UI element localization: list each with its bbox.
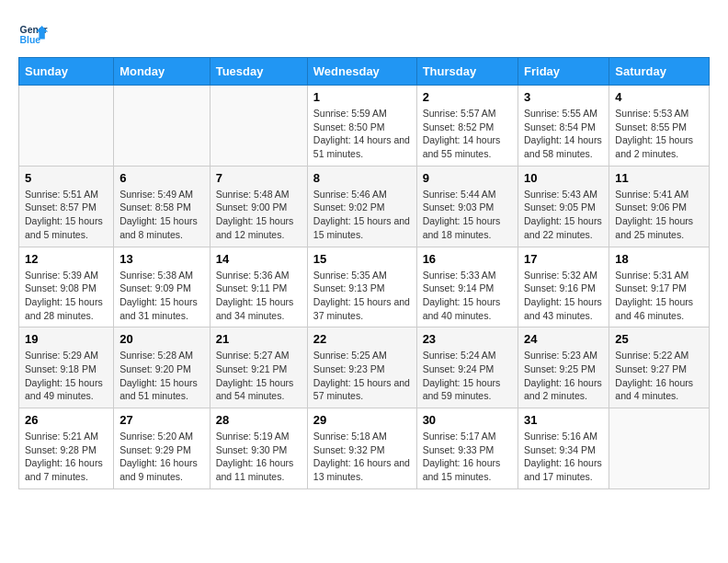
header-day-saturday: Saturday xyxy=(609,58,710,86)
calendar-cell: 5Sunrise: 5:51 AMSunset: 8:57 PMDaylight… xyxy=(19,166,114,247)
sunset-text: Sunset: 9:33 PM xyxy=(423,443,512,457)
day-number: 25 xyxy=(615,332,703,346)
daylight-text: Daylight: 15 hours and 25 minutes. xyxy=(615,214,703,241)
day-info: Sunrise: 5:53 AMSunset: 8:55 PMDaylight:… xyxy=(615,107,703,161)
calendar-cell: 14Sunrise: 5:36 AMSunset: 9:11 PMDayligh… xyxy=(210,247,307,327)
day-info: Sunrise: 5:44 AMSunset: 9:03 PMDaylight:… xyxy=(423,188,512,242)
week-row-4: 19Sunrise: 5:29 AMSunset: 9:18 PMDayligh… xyxy=(19,327,710,408)
calendar-cell: 25Sunrise: 5:22 AMSunset: 9:27 PMDayligh… xyxy=(609,327,710,408)
calendar-cell: 19Sunrise: 5:29 AMSunset: 9:18 PMDayligh… xyxy=(19,327,114,408)
sunrise-text: Sunrise: 5:21 AM xyxy=(25,430,108,443)
day-number: 4 xyxy=(615,90,703,104)
day-number: 7 xyxy=(216,171,301,185)
daylight-text: Daylight: 14 hours and 58 minutes. xyxy=(524,133,603,160)
day-info: Sunrise: 5:19 AMSunset: 9:30 PMDaylight:… xyxy=(216,430,301,484)
calendar-cell: 15Sunrise: 5:35 AMSunset: 9:13 PMDayligh… xyxy=(307,247,416,327)
sunset-text: Sunset: 9:16 PM xyxy=(524,282,603,295)
sunrise-text: Sunrise: 5:31 AM xyxy=(615,269,703,282)
sunset-text: Sunset: 8:58 PM xyxy=(119,201,204,214)
sunset-text: Sunset: 9:27 PM xyxy=(615,362,703,376)
calendar-cell: 2Sunrise: 5:57 AMSunset: 8:52 PMDaylight… xyxy=(416,86,518,167)
daylight-text: Daylight: 16 hours and 2 minutes. xyxy=(524,376,603,403)
day-info: Sunrise: 5:27 AMSunset: 9:21 PMDaylight:… xyxy=(216,349,301,403)
header-day-friday: Friday xyxy=(518,58,609,86)
daylight-text: Daylight: 15 hours and 40 minutes. xyxy=(423,295,512,322)
calendar-cell: 18Sunrise: 5:31 AMSunset: 9:17 PMDayligh… xyxy=(609,247,710,327)
day-number: 2 xyxy=(423,90,512,104)
day-number: 6 xyxy=(119,171,204,185)
sunrise-text: Sunrise: 5:20 AM xyxy=(119,430,204,443)
calendar-cell: 17Sunrise: 5:32 AMSunset: 9:16 PMDayligh… xyxy=(518,247,609,327)
calendar-table: SundayMondayTuesdayWednesdayThursdayFrid… xyxy=(18,57,710,489)
calendar-cell: 11Sunrise: 5:41 AMSunset: 9:06 PMDayligh… xyxy=(609,166,710,247)
daylight-text: Daylight: 15 hours and 49 minutes. xyxy=(25,376,108,403)
daylight-text: Daylight: 16 hours and 11 minutes. xyxy=(216,456,301,483)
calendar-cell: 23Sunrise: 5:24 AMSunset: 9:24 PMDayligh… xyxy=(416,327,518,408)
daylight-text: Daylight: 15 hours and 34 minutes. xyxy=(216,295,301,322)
calendar-cell xyxy=(19,86,114,167)
day-info: Sunrise: 5:24 AMSunset: 9:24 PMDaylight:… xyxy=(423,349,512,403)
sunrise-text: Sunrise: 5:51 AM xyxy=(25,188,108,201)
daylight-text: Daylight: 14 hours and 51 minutes. xyxy=(313,133,411,160)
header-day-monday: Monday xyxy=(114,58,210,86)
calendar-cell: 6Sunrise: 5:49 AMSunset: 8:58 PMDaylight… xyxy=(114,166,210,247)
header-day-sunday: Sunday xyxy=(19,58,114,86)
week-row-1: 1Sunrise: 5:59 AMSunset: 8:50 PMDaylight… xyxy=(19,86,710,167)
sunrise-text: Sunrise: 5:24 AM xyxy=(423,349,512,362)
sunrise-text: Sunrise: 5:32 AM xyxy=(524,269,603,282)
sunset-text: Sunset: 9:25 PM xyxy=(524,362,603,376)
logo-icon: General Blue xyxy=(18,18,48,48)
sunset-text: Sunset: 9:08 PM xyxy=(25,282,108,295)
daylight-text: Daylight: 15 hours and 5 minutes. xyxy=(25,214,108,241)
calendar-cell xyxy=(210,86,307,167)
daylight-text: Daylight: 16 hours and 15 minutes. xyxy=(423,456,512,483)
day-info: Sunrise: 5:35 AMSunset: 9:13 PMDaylight:… xyxy=(313,269,411,323)
sunrise-text: Sunrise: 5:48 AM xyxy=(216,188,301,201)
sunrise-text: Sunrise: 5:29 AM xyxy=(25,349,108,362)
calendar-cell: 30Sunrise: 5:17 AMSunset: 9:33 PMDayligh… xyxy=(416,408,518,489)
sunset-text: Sunset: 9:32 PM xyxy=(313,443,411,457)
day-number: 27 xyxy=(119,413,204,427)
sunrise-text: Sunrise: 5:49 AM xyxy=(119,188,204,201)
daylight-text: Daylight: 15 hours and 37 minutes. xyxy=(313,295,411,322)
daylight-text: Daylight: 15 hours and 15 minutes. xyxy=(313,214,411,241)
sunrise-text: Sunrise: 5:17 AM xyxy=(423,430,512,443)
sunrise-text: Sunrise: 5:41 AM xyxy=(615,188,703,201)
calendar-cell: 28Sunrise: 5:19 AMSunset: 9:30 PMDayligh… xyxy=(210,408,307,489)
daylight-text: Daylight: 16 hours and 13 minutes. xyxy=(313,456,411,483)
daylight-text: Daylight: 15 hours and 12 minutes. xyxy=(216,214,301,241)
day-number: 15 xyxy=(313,252,411,266)
day-number: 28 xyxy=(216,413,301,427)
daylight-text: Daylight: 15 hours and 46 minutes. xyxy=(615,295,703,322)
calendar-body: 1Sunrise: 5:59 AMSunset: 8:50 PMDaylight… xyxy=(19,86,710,489)
daylight-text: Daylight: 15 hours and 57 minutes. xyxy=(313,376,411,403)
sunset-text: Sunset: 9:24 PM xyxy=(423,362,512,376)
calendar-header: SundayMondayTuesdayWednesdayThursdayFrid… xyxy=(19,58,710,86)
sunrise-text: Sunrise: 5:36 AM xyxy=(216,269,301,282)
sunset-text: Sunset: 9:20 PM xyxy=(119,362,204,376)
daylight-text: Daylight: 14 hours and 55 minutes. xyxy=(423,133,512,160)
day-info: Sunrise: 5:22 AMSunset: 9:27 PMDaylight:… xyxy=(615,349,703,403)
day-number: 22 xyxy=(313,332,411,346)
sunset-text: Sunset: 9:11 PM xyxy=(216,282,301,295)
day-number: 1 xyxy=(313,90,411,104)
day-number: 19 xyxy=(25,332,108,346)
day-info: Sunrise: 5:21 AMSunset: 9:28 PMDaylight:… xyxy=(25,430,108,484)
sunrise-text: Sunrise: 5:59 AM xyxy=(313,107,411,121)
day-info: Sunrise: 5:48 AMSunset: 9:00 PMDaylight:… xyxy=(216,188,301,242)
sunset-text: Sunset: 9:02 PM xyxy=(313,201,411,214)
header-day-tuesday: Tuesday xyxy=(210,58,307,86)
daylight-text: Daylight: 15 hours and 54 minutes. xyxy=(216,376,301,403)
sunset-text: Sunset: 9:21 PM xyxy=(216,362,301,376)
calendar-cell: 10Sunrise: 5:43 AMSunset: 9:05 PMDayligh… xyxy=(518,166,609,247)
daylight-text: Daylight: 15 hours and 51 minutes. xyxy=(119,376,204,403)
daylight-text: Daylight: 15 hours and 28 minutes. xyxy=(25,295,108,322)
sunset-text: Sunset: 9:28 PM xyxy=(25,443,108,457)
day-info: Sunrise: 5:38 AMSunset: 9:09 PMDaylight:… xyxy=(119,269,204,323)
sunrise-text: Sunrise: 5:25 AM xyxy=(313,349,411,362)
calendar-cell: 7Sunrise: 5:48 AMSunset: 9:00 PMDaylight… xyxy=(210,166,307,247)
day-number: 26 xyxy=(25,413,108,427)
calendar-cell: 16Sunrise: 5:33 AMSunset: 9:14 PMDayligh… xyxy=(416,247,518,327)
sunset-text: Sunset: 9:23 PM xyxy=(313,362,411,376)
svg-text:Blue: Blue xyxy=(20,35,41,45)
